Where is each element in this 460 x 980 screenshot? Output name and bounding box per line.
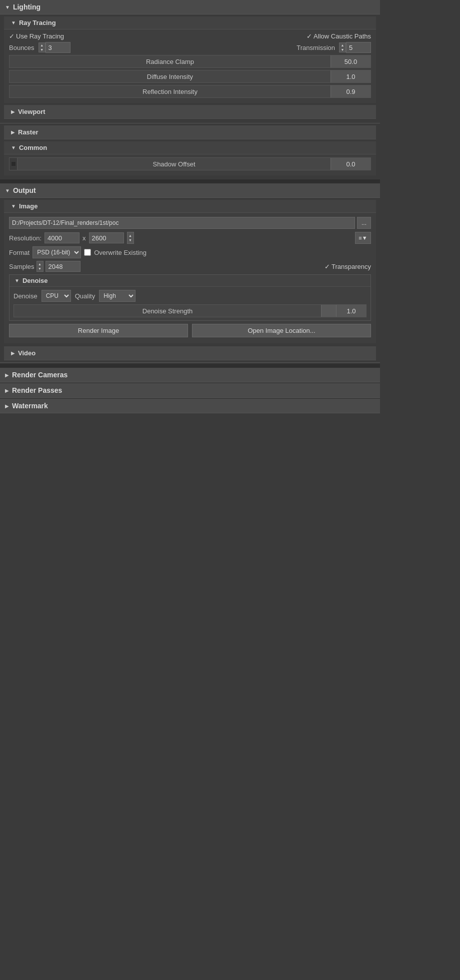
diffuse-intensity-row: Diffuse Intensity 1.0 xyxy=(9,70,371,83)
use-ray-tracing-label: Use Ray Tracing xyxy=(16,32,64,40)
resolution-height-input[interactable] xyxy=(89,232,124,243)
render-cameras-triangle-icon: ▶ xyxy=(5,372,9,378)
samples-left: Samples ▲ ▼ xyxy=(9,261,80,272)
transmission-input[interactable] xyxy=(346,42,371,53)
render-buttons-row: Render Image Open Image Location... xyxy=(9,324,371,337)
common-triangle-icon: ▼ xyxy=(11,145,16,150)
allow-caustic-paths-option[interactable]: ✓ Allow Caustic Paths xyxy=(306,32,371,40)
use-ray-tracing-check-icon: ✓ xyxy=(9,32,14,40)
denoise-title: Denoise xyxy=(22,277,48,284)
video-title: Video xyxy=(18,349,36,357)
denoise-options-row: Denoise CPU GPU None Quality High Medium… xyxy=(14,290,366,302)
viewport-title: Viewport xyxy=(18,108,46,115)
radiance-clamp-value[interactable]: 50.0 xyxy=(330,55,370,67)
resolution-row: Resolution: x ▲ ▼ ≡▼ xyxy=(9,232,371,244)
render-passes-header[interactable]: ▶ Render Passes xyxy=(0,383,380,398)
bounces-arrows[interactable]: ▲ ▼ xyxy=(38,42,46,52)
samples-arrows[interactable]: ▲ ▼ xyxy=(36,261,44,272)
resolution-label: Resolution: xyxy=(9,234,42,242)
radiance-clamp-label: Radiance Clamp xyxy=(10,58,330,65)
denoise-triangle-icon: ▼ xyxy=(14,278,20,283)
raster-title: Raster xyxy=(18,128,38,136)
bounces-input[interactable] xyxy=(46,42,70,53)
allow-caustic-paths-check-icon: ✓ xyxy=(306,32,312,40)
bounces-transmission-row: Bounces ▲ ▼ Transmission ▲ ▼ xyxy=(9,42,371,53)
lighting-section-header[interactable]: ▼ Lighting xyxy=(0,0,380,14)
denoise-label: Denoise xyxy=(14,292,38,300)
denoise-strength-slider[interactable] xyxy=(321,305,336,317)
output-triangle-icon: ▼ xyxy=(5,188,10,193)
reflection-intensity-label: Reflection Intensity xyxy=(10,88,330,95)
format-label: Format xyxy=(9,249,30,256)
overwrite-checkbox[interactable] xyxy=(84,249,91,256)
common-title: Common xyxy=(19,144,47,151)
resolution-menu-button[interactable]: ≡▼ xyxy=(355,232,371,244)
browse-button[interactable]: ... xyxy=(357,217,371,229)
render-cameras-header[interactable]: ▶ Render Cameras xyxy=(0,368,380,382)
overwrite-label: Overwrite Existing xyxy=(94,249,146,256)
format-row: Format PSD (16-bit) PNG JPEG EXR Overwri… xyxy=(9,246,371,258)
output-section-header[interactable]: ▼ Output xyxy=(0,183,380,198)
lighting-panel: ▼ Lighting ▼ Ray Tracing ✓ Use Ray Traci… xyxy=(0,0,380,123)
quality-label: Quality xyxy=(75,292,95,300)
ray-tracing-triangle-icon: ▼ xyxy=(11,20,16,25)
video-triangle-icon: ▶ xyxy=(11,350,15,356)
radiance-clamp-row: Radiance Clamp 50.0 xyxy=(9,55,371,68)
lighting-triangle-icon: ▼ xyxy=(5,4,10,10)
shadow-offset-value[interactable]: 0.0 xyxy=(330,158,370,170)
shadow-offset-row: Shadow Offset 0.0 xyxy=(9,157,371,170)
section-divider-1 xyxy=(0,179,380,183)
ray-tracing-options-row: ✓ Use Ray Tracing ✓ Allow Caustic Paths xyxy=(9,32,371,40)
diffuse-intensity-value[interactable]: 1.0 xyxy=(330,70,370,82)
shadow-offset-label: Shadow Offset xyxy=(18,160,330,168)
denoise-strength-value[interactable]: 1.0 xyxy=(336,305,366,317)
watermark-triangle-icon: ▶ xyxy=(5,403,9,409)
denoise-select[interactable]: CPU GPU None xyxy=(42,290,71,302)
denoise-section: ▼ Denoise Denoise CPU GPU None Quality H… xyxy=(9,274,371,321)
shadow-icon xyxy=(10,158,18,170)
reflection-intensity-value[interactable]: 0.9 xyxy=(330,85,370,97)
ray-tracing-title: Ray Tracing xyxy=(19,19,56,26)
transparency-check-icon: ✓ xyxy=(324,263,330,270)
output-panel: ▼ Output ▼ Image ... Resolution: x ▲ ▼ xyxy=(0,183,380,363)
render-passes-triangle-icon: ▶ xyxy=(5,388,9,393)
resolution-width-input[interactable] xyxy=(44,232,80,243)
transmission-arrows[interactable]: ▲ ▼ xyxy=(339,42,346,52)
transparency-option[interactable]: ✓ Transparency xyxy=(324,263,371,270)
viewport-triangle-icon: ▶ xyxy=(11,109,15,114)
format-select[interactable]: PSD (16-bit) PNG JPEG EXR xyxy=(32,246,81,258)
raster-section-header[interactable]: ▶ Raster xyxy=(4,125,376,139)
watermark-header[interactable]: ▶ Watermark xyxy=(0,399,380,413)
image-triangle-icon: ▼ xyxy=(11,203,16,209)
ray-tracing-header[interactable]: ▼ Ray Tracing xyxy=(4,16,376,29)
bounces-spinner[interactable]: ▲ ▼ xyxy=(38,42,70,53)
denoise-strength-row: Denoise Strength 1.0 xyxy=(14,304,366,317)
render-image-button[interactable]: Render Image xyxy=(9,324,188,337)
diffuse-intensity-label: Diffuse Intensity xyxy=(10,73,330,80)
open-image-location-button[interactable]: Open Image Location... xyxy=(192,324,371,337)
raster-triangle-icon: ▶ xyxy=(11,129,15,135)
resolution-arrows[interactable]: ▲ ▼ xyxy=(127,232,134,244)
viewport-section-header[interactable]: ▶ Viewport xyxy=(4,105,376,119)
image-section-header[interactable]: ▼ Image xyxy=(4,200,376,213)
samples-row: Samples ▲ ▼ ✓ Transparency xyxy=(9,261,371,272)
image-path-input[interactable] xyxy=(9,217,355,229)
render-passes-title: Render Passes xyxy=(12,386,62,394)
lighting-section-title: Lighting xyxy=(13,3,40,11)
section-divider-2 xyxy=(0,364,380,368)
res-x-separator: x xyxy=(82,234,86,242)
transmission-label: Transmission xyxy=(296,44,335,51)
bounces-label: Bounces xyxy=(9,44,34,51)
transmission-spinner[interactable]: ▲ ▼ xyxy=(339,42,371,53)
render-cameras-title: Render Cameras xyxy=(12,371,68,379)
samples-label: Samples xyxy=(9,263,34,270)
denoise-header[interactable]: ▼ Denoise xyxy=(10,275,370,287)
common-section-header[interactable]: ▼ Common xyxy=(4,141,376,154)
samples-input[interactable] xyxy=(46,261,80,272)
output-section-title: Output xyxy=(13,186,36,194)
transparency-label: Transparency xyxy=(332,263,371,270)
quality-select[interactable]: High Medium Low xyxy=(99,290,136,302)
use-ray-tracing-option[interactable]: ✓ Use Ray Tracing xyxy=(9,32,64,40)
video-section-header[interactable]: ▶ Video xyxy=(4,346,376,360)
denoise-strength-label: Denoise Strength xyxy=(14,307,321,315)
